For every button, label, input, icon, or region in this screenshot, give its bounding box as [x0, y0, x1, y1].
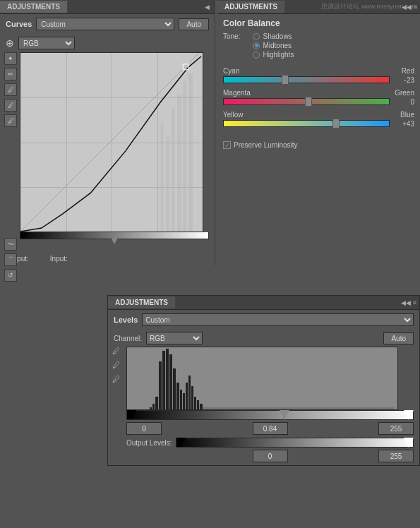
red-label: Red [402, 67, 414, 75]
svg-rect-23 [194, 397, 196, 410]
curves-bottom-gradient [20, 232, 209, 239]
levels-tool-1[interactable]: 🖊 [112, 347, 124, 358]
levels-input-slider[interactable] [126, 410, 414, 420]
preserve-row: ✓ Preserve Luminosity [217, 137, 420, 153]
collapse-icon[interactable]: ◀ [205, 4, 212, 11]
levels-output-row: Output Levels: [126, 438, 414, 448]
curves-channel-select[interactable]: RGB [18, 37, 75, 49]
color-balance-title: Color Balance [217, 14, 420, 31]
tool-eyedropper3[interactable]: 🖊 [4, 114, 17, 127]
svg-rect-2 [172, 109, 174, 232]
levels-black-input-thumb[interactable] [126, 410, 136, 420]
yellow-blue-thumb[interactable] [332, 119, 340, 128]
levels-channel-select[interactable]: RGB [146, 332, 203, 344]
radio-highlights[interactable] [253, 52, 260, 59]
levels-options-icon[interactable]: ≡ [413, 299, 416, 306]
radio-shadows[interactable] [253, 33, 260, 40]
tab-adjustments-right[interactable]: ADJUSTMENTS [217, 1, 285, 13]
svg-rect-15 [169, 354, 172, 410]
tone-highlights[interactable]: Highlights [253, 51, 294, 59]
cyan-red-thumb[interactable] [282, 75, 289, 85]
color-balance-panel: ADJUSTMENTS ◀◀ ≡ Color Balance Tone: Sha… [217, 0, 420, 153]
svg-rect-1 [166, 137, 169, 232]
tool-smooth[interactable]: ⌒ [4, 253, 17, 266]
svg-rect-16 [173, 368, 176, 410]
levels-white-input-thumb[interactable] [404, 410, 414, 420]
tool-reset[interactable]: ↺ [4, 269, 17, 282]
curves-preset-select[interactable]: Custom [36, 18, 174, 30]
tone-midtones[interactable]: Midtones [253, 42, 294, 49]
tool-pointer[interactable]: ✦ [4, 52, 17, 65]
svg-rect-7 [183, 64, 188, 70]
cyan-label: Cyan [223, 67, 239, 75]
tool-curve-mode[interactable]: 〜 [4, 238, 17, 251]
levels-output-black-thumb[interactable] [176, 438, 186, 448]
curves-header: Curves Custom Auto [0, 14, 215, 34]
svg-rect-17 [176, 383, 179, 410]
curves-label: Curves [6, 20, 32, 28]
cyan-red-section: Cyan Red -23 Magenta Green [217, 63, 420, 137]
levels-panel: ADJUSTMENTS ◀◀ ≡ Levels Custom Channel: … [107, 295, 420, 466]
levels-channel-row: Channel: RGB Auto [108, 330, 419, 347]
tone-highlights-label: Highlights [263, 51, 294, 59]
magenta-label: Magenta [223, 89, 251, 97]
cyan-red-track[interactable] [223, 76, 390, 83]
levels-input-values-row [126, 422, 414, 435]
yellow-blue-track[interactable] [223, 120, 390, 127]
tool-pencil[interactable]: ✏ [4, 68, 17, 80]
levels-tool-2[interactable]: 🖊 [112, 361, 124, 372]
levels-channel-label: Channel: [114, 335, 142, 342]
curves-channel-icon: ⊕ [6, 37, 14, 49]
levels-output-black-val[interactable] [253, 450, 288, 462]
yellow-blue-value: +43 [393, 120, 414, 128]
radio-midtones[interactable] [253, 42, 260, 49]
svg-rect-4 [183, 81, 186, 232]
tone-shadows-label: Shadows [263, 32, 292, 40]
svg-rect-22 [191, 386, 193, 410]
magenta-green-thumb[interactable] [305, 97, 312, 107]
curves-output-input: Output: Input: [0, 252, 215, 265]
svg-rect-3 [177, 95, 181, 232]
levels-input-black[interactable] [126, 422, 162, 435]
levels-header: Levels Custom [108, 310, 419, 330]
tab-adjustments-levels[interactable]: ADJUSTMENTS [108, 296, 176, 308]
curves-canvas-container [20, 52, 209, 239]
levels-tool-3[interactable]: 🖊 [112, 375, 124, 386]
levels-mid-input-thumb[interactable] [280, 410, 289, 420]
svg-rect-25 [200, 404, 203, 410]
levels-output-slider[interactable] [176, 438, 414, 448]
levels-output-label: Output Levels: [126, 439, 172, 447]
tone-shadows[interactable]: Shadows [253, 32, 294, 40]
curves-panel: ADJUSTMENTS ◀ Curves Custom Auto ⊕ RGB ✦… [0, 0, 215, 265]
levels-input-white[interactable] [378, 422, 414, 435]
svg-rect-10 [152, 404, 155, 410]
curves-tab-bar: ADJUSTMENTS ◀ [0, 0, 215, 14]
tool-eyedropper2[interactable]: 🖊 [4, 99, 17, 112]
levels-histogram-container: Output Levels: [126, 347, 414, 462]
svg-rect-11 [155, 397, 158, 410]
levels-input-mid[interactable] [253, 422, 288, 435]
curves-canvas[interactable] [20, 52, 203, 232]
tab-adjustments-left[interactable]: ADJUSTMENTS [0, 1, 68, 13]
svg-rect-21 [188, 376, 191, 410]
tool-eyedropper1[interactable]: 🖊 [4, 83, 17, 96]
levels-menu-icon[interactable]: ◀◀ [401, 299, 411, 306]
tone-midtones-label: Midtones [263, 42, 292, 49]
levels-output-values-row [126, 450, 414, 462]
svg-rect-18 [180, 390, 182, 410]
levels-auto-button[interactable]: Auto [383, 332, 414, 344]
yellow-blue-row: Yellow Blue +43 [223, 111, 414, 127]
levels-preset-select[interactable]: Custom [142, 313, 414, 326]
yellow-label: Yellow [223, 111, 244, 119]
magenta-green-value: 0 [393, 98, 414, 106]
preserve-checkbox[interactable]: ✓ [223, 141, 231, 149]
svg-rect-14 [166, 349, 169, 410]
curves-mid-thumb[interactable] [112, 239, 117, 244]
levels-output-white-thumb[interactable] [404, 438, 414, 448]
curves-auto-button[interactable]: Auto [179, 18, 209, 30]
levels-output-black-spacer [126, 450, 162, 462]
magenta-green-row: Magenta Green 0 [223, 89, 414, 105]
magenta-green-track[interactable] [223, 98, 390, 105]
levels-output-white-val[interactable] [378, 450, 414, 462]
tone-options: Shadows Midtones Highlights [253, 32, 294, 59]
